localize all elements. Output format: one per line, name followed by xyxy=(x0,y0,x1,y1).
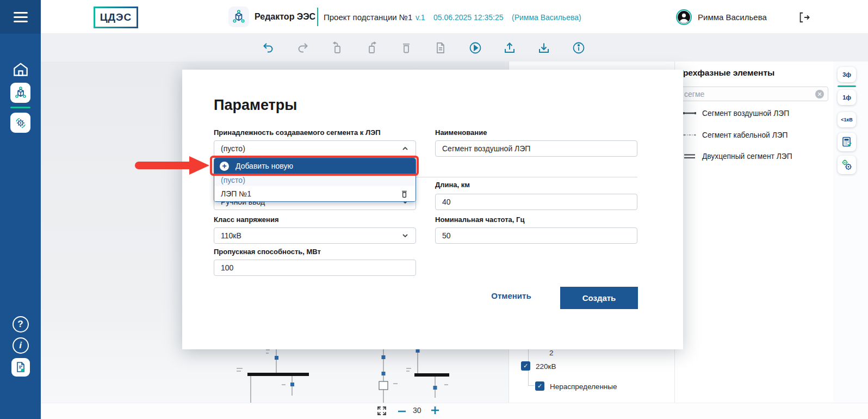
calculator-panel-button[interactable] xyxy=(838,133,856,151)
name-label: Наименование xyxy=(435,128,487,137)
zoom-in-button[interactable] xyxy=(430,405,440,415)
editor-app-icon xyxy=(228,7,249,27)
lep-option[interactable]: ЛЭП №1 xyxy=(214,186,416,201)
app-title: Редактор ЭЭС xyxy=(255,12,315,22)
scheme-editor-icon xyxy=(10,83,30,103)
home-icon xyxy=(13,63,28,77)
chevron-up-icon xyxy=(401,145,409,152)
modal-title: Параметры xyxy=(214,97,297,114)
palette-item-double-circuit-segment[interactable]: Двухцепный сегмент ЛЭП xyxy=(678,149,828,163)
phase-filter-strip: 3ф 1ф <1кВ xyxy=(833,61,868,403)
editor-toolbar xyxy=(41,34,868,61)
belonging-select[interactable]: (пусто) xyxy=(214,140,416,157)
gears-icon xyxy=(840,158,853,171)
main-menu-button[interactable] xyxy=(0,0,41,34)
redo-button[interactable] xyxy=(296,41,309,54)
certificate-doc-icon xyxy=(11,358,30,377)
logo-text: ЦДЭС xyxy=(95,8,137,27)
hamburger-icon xyxy=(14,9,28,25)
user-name: Римма Васильева xyxy=(698,13,767,22)
capacity-input[interactable] xyxy=(214,260,416,276)
parameters-modal: Параметры Принадлежность создаваемого се… xyxy=(182,70,683,349)
tree-node-count: 2 xyxy=(549,349,554,357)
save-author: (Римма Васильева) xyxy=(512,13,581,22)
frequency-input[interactable] xyxy=(435,227,637,244)
tree-group-label[interactable]: Нераспределенные xyxy=(550,383,617,391)
user-avatar[interactable] xyxy=(676,9,692,25)
about-button[interactable]: i xyxy=(0,337,41,354)
tab-low-voltage[interactable]: <1кВ xyxy=(838,112,856,127)
logout-button[interactable] xyxy=(798,11,810,23)
name-input[interactable] xyxy=(435,140,637,157)
length-label: Длина, км xyxy=(435,181,470,189)
chevron-down-icon xyxy=(401,232,409,239)
plus-circle-icon: + xyxy=(220,162,229,171)
left-sidebar: ? i xyxy=(0,0,41,419)
trash-icon[interactable] xyxy=(400,189,409,199)
question-icon: ? xyxy=(13,316,29,332)
belonging-dropdown-list: + Добавить новую (пусто) ЛЭП №1 xyxy=(214,158,416,202)
palette-item-label: Сегмент кабельной ЛЭП xyxy=(702,131,788,139)
gear-sync-icon xyxy=(10,113,30,133)
empty-option[interactable]: (пусто) xyxy=(214,174,416,186)
zoom-out-button[interactable] xyxy=(397,408,407,415)
palette-item-overhead-segment[interactable]: Сегмент воздушной ЛЭП xyxy=(678,106,828,120)
voltage-checkbox[interactable]: ✓ xyxy=(521,361,530,371)
canvas-statusbar: 30 xyxy=(41,403,868,419)
project-name: Проект подстанции №1 xyxy=(324,13,412,22)
tree-voltage-label[interactable]: 220кВ xyxy=(536,362,556,371)
rotate-right-button[interactable] xyxy=(365,41,379,54)
header-divider xyxy=(317,8,318,26)
app-header: ЦДЭС Редактор ЭЭС Проект подстанции №1 v… xyxy=(41,0,868,34)
upload-button[interactable] xyxy=(503,41,516,54)
fit-to-screen-button[interactable] xyxy=(377,406,387,416)
scheme-editor-button[interactable] xyxy=(0,83,41,103)
add-new-label: Добавить новую xyxy=(235,162,293,170)
cable-line-icon xyxy=(683,131,697,139)
project-version: v.1 xyxy=(416,13,425,22)
tab-single-phase[interactable]: 1ф xyxy=(838,90,856,105)
lep-option-label: ЛЭП №1 xyxy=(221,189,251,198)
save-timestamp: 05.06.2025 12:35:25 xyxy=(433,13,503,22)
info-button[interactable] xyxy=(572,41,585,54)
add-new-option[interactable]: + Добавить новую xyxy=(214,158,416,174)
three-phase-elements-panel: Трехфазные элементы ✕ Сегмент воздушной … xyxy=(674,61,833,403)
group-checkbox[interactable]: ✓ xyxy=(535,381,544,391)
processing-button[interactable] xyxy=(0,113,41,133)
undo-button[interactable] xyxy=(262,41,275,54)
create-button[interactable]: Создать xyxy=(560,287,638,309)
capacity-label: Пропускная способность, МВт xyxy=(214,248,321,256)
tab-three-phase[interactable]: 3ф xyxy=(838,67,856,82)
delete-button[interactable] xyxy=(400,41,413,54)
search-clear-icon[interactable]: ✕ xyxy=(815,90,824,98)
length-input[interactable] xyxy=(435,194,637,210)
overhead-line-icon xyxy=(683,109,697,117)
voltage-class-value: 110кВ xyxy=(221,231,241,240)
palette-item-label: Двухцепный сегмент ЛЭП xyxy=(702,152,792,161)
palette-title: Трехфазные элементы xyxy=(678,68,774,78)
company-logo: ЦДЭС xyxy=(94,7,138,28)
double-line-icon xyxy=(683,152,697,160)
document-button[interactable] xyxy=(434,41,447,54)
license-button[interactable] xyxy=(0,358,41,377)
palette-item-cable-segment[interactable]: Сегмент кабельной ЛЭП xyxy=(678,128,828,142)
app-root: ? i ЦДЭС Редактор ЭЭС Проект подстанции … xyxy=(0,0,868,419)
palette-search-input[interactable] xyxy=(678,87,828,101)
home-button[interactable] xyxy=(0,63,41,77)
info-icon: i xyxy=(13,337,29,354)
cancel-button[interactable]: Отменить xyxy=(487,291,536,300)
active-tab-underline xyxy=(10,107,30,108)
settings-panel-button[interactable] xyxy=(838,156,856,174)
help-button[interactable]: ? xyxy=(0,316,41,332)
voltage-class-select[interactable]: 110кВ xyxy=(214,227,416,244)
rotate-left-button[interactable] xyxy=(331,41,344,54)
tree-connector xyxy=(528,385,535,386)
active-phase-underline xyxy=(838,85,856,87)
calculator-icon xyxy=(841,136,853,148)
palette-item-label: Сегмент воздушной ЛЭП xyxy=(702,109,789,118)
belonging-value: (пусто) xyxy=(221,144,245,153)
frequency-label: Номинальная частота, Гц xyxy=(435,215,524,224)
voltage-class-label: Класс напряжения xyxy=(214,215,279,224)
download-button[interactable] xyxy=(537,41,550,54)
run-calculation-button[interactable] xyxy=(469,41,482,54)
